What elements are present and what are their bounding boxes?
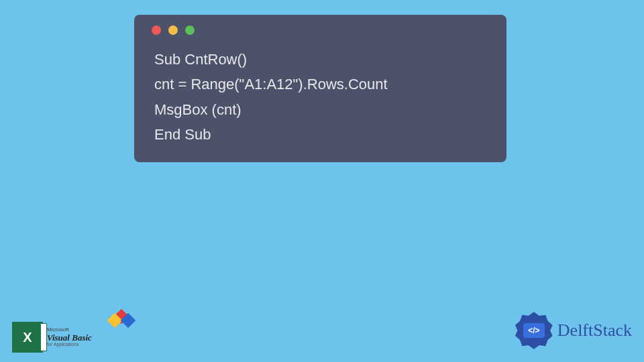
excel-icon: X bbox=[12, 322, 43, 353]
delftstack-logo-icon: </> bbox=[515, 311, 553, 350]
delftstack-brand: </> DelftStack bbox=[515, 311, 632, 350]
excel-letter: X bbox=[23, 330, 32, 345]
excel-vba-logo-group: X Microsoft Visual Basic for Application… bbox=[12, 322, 92, 353]
maximize-icon[interactable] bbox=[185, 25, 195, 35]
code-line: Sub CntRow() bbox=[154, 51, 247, 68]
code-block: Sub CntRow() cnt = Range("A1:A12").Rows.… bbox=[150, 47, 490, 147]
vb-suffix: for Applications bbox=[47, 342, 92, 347]
close-icon[interactable] bbox=[152, 25, 161, 35]
code-line: End Sub bbox=[154, 126, 211, 143]
window-titlebar bbox=[150, 25, 490, 35]
code-window: Sub CntRow() cnt = Range("A1:A12").Rows.… bbox=[134, 15, 506, 162]
vb-product: Visual Basic bbox=[47, 333, 92, 343]
brand-name: DelftStack bbox=[557, 320, 632, 341]
code-line: cnt = Range("A1:A12").Rows.Count bbox=[154, 76, 388, 93]
code-slash-icon: </> bbox=[523, 323, 545, 338]
minimize-icon[interactable] bbox=[168, 25, 178, 35]
cubes-icon bbox=[109, 311, 142, 328]
code-line: MsgBox (cnt) bbox=[154, 101, 241, 118]
visual-basic-label: Microsoft Visual Basic for Applications bbox=[47, 327, 92, 347]
